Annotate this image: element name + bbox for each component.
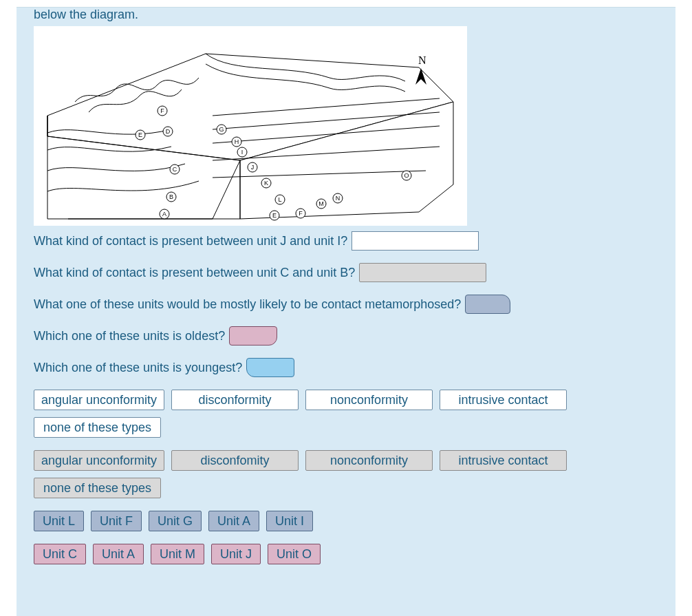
unit-label-F2: F [296,209,305,218]
unit-label-F: F [158,106,167,116]
svg-text:O: O [404,172,409,179]
svg-text:N: N [336,195,340,202]
unit-label-E: E [136,130,145,140]
question-1: What kind of contact is present between … [34,231,675,251]
chip-maroon[interactable]: Unit M [151,544,204,564]
chips-group-blue: Unit L Unit F Unit G Unit A Unit I [34,511,579,531]
q2-dropzone[interactable] [359,263,486,282]
svg-text:M: M [318,200,324,207]
geology-diagram: N A B C D E F G H I J K L M N O E F [34,26,467,226]
q4-text: Which one of these units is oldest? [34,329,225,343]
svg-text:L: L [278,196,281,203]
question-panel: below the diagram. [17,7,675,616]
chip-blue[interactable]: Unit A [208,511,259,531]
unit-label-E2: E [270,211,279,220]
chip-grey[interactable]: disconfomity [171,450,299,471]
q5-dropzone[interactable] [246,358,294,377]
unit-label-O: O [402,171,411,180]
question-3: What one of these units would be mostly … [34,295,675,314]
chip-white[interactable]: angular unconformity [34,390,164,410]
svg-text:F: F [299,210,303,217]
intro-text: below the diagram. [34,8,675,22]
svg-text:B: B [169,193,173,200]
chip-blue[interactable]: Unit L [34,511,84,531]
unit-label-B: B [166,192,176,202]
unit-label-G: G [217,125,226,134]
unit-label-H: H [232,137,241,147]
q3-dropzone[interactable] [465,295,510,314]
question-4: Which one of these units is oldest? [34,326,675,346]
chip-blue[interactable]: Unit F [91,511,142,531]
unit-label-M: M [316,199,326,209]
svg-text:K: K [264,180,268,187]
q3-text: What one of these units would be mostly … [34,297,461,312]
diagram-svg: N A B C D E F G H I J K L M N O E F [34,26,467,226]
unit-label-J: J [248,162,257,172]
chips-group-maroon: Unit C Unit A Unit M Unit J Unit O [34,544,579,564]
unit-label-C: C [170,164,180,174]
chip-grey[interactable]: nonconformity [305,450,433,471]
chip-white[interactable]: none of these types [34,417,161,438]
svg-text:E: E [138,131,142,138]
chip-grey[interactable]: angular unconformity [34,450,164,471]
question-5: Which one of these units is youngest? [34,358,675,377]
svg-text:G: G [219,126,224,133]
unit-label-N: N [333,193,343,203]
svg-text:D: D [166,128,171,135]
chip-grey[interactable]: intrusive contact [440,450,567,471]
unit-label-K: K [261,178,271,188]
svg-text:N: N [418,54,426,66]
question-2: What kind of contact is present between … [34,263,675,282]
svg-text:E: E [272,212,277,219]
chips-group-grey: angular unconformity disconfomity noncon… [34,450,579,498]
north-arrow: N [415,54,426,85]
unit-label-D: D [163,127,173,136]
chip-white[interactable]: nonconformity [305,390,433,410]
svg-text:F: F [160,107,164,114]
q1-dropzone[interactable] [352,231,479,251]
q4-dropzone[interactable] [229,326,277,346]
q2-text: What kind of contact is present between … [34,266,355,280]
chip-maroon[interactable]: Unit J [211,544,261,564]
svg-text:A: A [162,211,166,217]
chip-white[interactable]: intrusive contact [440,390,567,410]
chip-blue[interactable]: Unit I [266,511,313,531]
chip-grey[interactable]: none of these types [34,478,161,498]
svg-text:I: I [241,149,244,156]
chips-group-white: angular unconformity disconformity nonco… [34,390,579,438]
q1-text: What kind of contact is present between … [34,234,347,248]
svg-text:C: C [173,166,177,173]
unit-label-A: A [160,209,169,219]
q5-text: Which one of these units is youngest? [34,361,242,375]
chip-maroon[interactable]: Unit O [268,544,321,564]
chip-maroon[interactable]: Unit C [34,544,86,564]
chip-white[interactable]: disconformity [171,390,299,410]
svg-text:J: J [251,164,255,171]
chip-maroon[interactable]: Unit A [93,544,144,564]
chip-blue[interactable]: Unit G [149,511,202,531]
unit-label-L: L [275,195,285,204]
unit-label-I: I [237,147,247,157]
svg-text:H: H [235,138,239,145]
